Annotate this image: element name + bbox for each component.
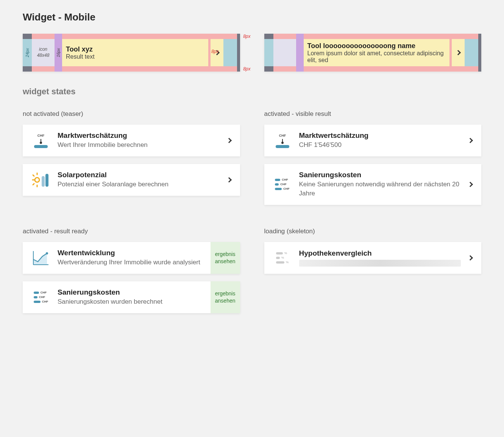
annotation-bottom-right: 8px: [243, 66, 250, 72]
skeleton-bar: [299, 260, 461, 267]
card-title: Sanierungskosten: [299, 171, 461, 179]
card-solar-teaser[interactable]: Solarpotenzial Potenzial einer Solaranla…: [23, 164, 240, 196]
state-label-not-activated: not activated (teaser): [23, 110, 240, 118]
chf-bars-icon: CHF CHF CHF: [32, 288, 50, 306]
card-sanierung-result[interactable]: CHF CHF CHF Sanierungskosten Keine Sanie…: [264, 164, 482, 205]
card-title: Sanierungskosten: [58, 288, 203, 297]
solar-icon: [32, 171, 50, 189]
result-badge[interactable]: ergebnis ansehen: [211, 242, 240, 274]
spec-widget-longname: Tool looooooooooooooong name Lorem ipsum…: [264, 34, 482, 72]
svg-text:CHF: CHF: [279, 134, 286, 137]
card-subtitle: Sanierungskosten wurden berechnet: [58, 297, 203, 306]
card-title: Hypothekenvergleich: [299, 249, 461, 258]
card-subtitle: Wert Ihrer Immobilie berechnen: [58, 140, 220, 150]
result-badge[interactable]: ergebnis ansehen: [211, 281, 240, 313]
chevron-right-icon: [227, 178, 231, 182]
annotation-mid-right: 8px: [211, 49, 218, 54]
card-subtitle: Potenzial einer Solaranlage berechnen: [58, 180, 220, 189]
card-subtitle: Wertveränderung Ihrer Immobilie wurde an…: [58, 258, 203, 267]
state-label-loading: loading (skeleton): [264, 228, 482, 235]
chevron-right-icon: [468, 183, 472, 186]
pct-bars-icon: % % %: [273, 249, 292, 267]
svg-rect-3: [34, 145, 48, 148]
chevron-right-icon: [468, 139, 472, 142]
svg-line-8: [33, 175, 34, 176]
widget-subtitle: Result text: [66, 53, 204, 60]
card-sanierung-ready[interactable]: CHF CHF CHF Sanierungskosten Sanierungsk…: [23, 281, 240, 313]
widget-title: Tool xyz: [66, 45, 204, 53]
card-title: Wertentwicklung: [58, 249, 203, 257]
card-marktwert-teaser[interactable]: CHF Marktwertschätzung Wert Ihrer Immobi…: [23, 125, 240, 156]
padding-left-label: 24px: [23, 39, 32, 66]
chevron-right-icon: [468, 256, 472, 260]
card-subtitle: Keine Sanierungen notwendig während der …: [299, 180, 461, 198]
widget-subtitle: Lorem ipsum dolor sit amet, consectetur …: [307, 50, 446, 64]
svg-rect-10: [42, 176, 45, 187]
svg-rect-11: [45, 174, 48, 187]
page-title: Widget - Mobile: [23, 11, 481, 23]
chevron-right-icon: [227, 139, 231, 142]
state-label-activated-visible: activated - visible result: [264, 110, 482, 118]
marktwert-icon: CHF: [273, 131, 292, 150]
section-title-states: widget states: [23, 87, 481, 97]
svg-point-2: [40, 142, 42, 144]
svg-point-4: [35, 178, 39, 182]
card-wertentwicklung-ready[interactable]: Wertentwicklung Wertveränderung Ihrer Im…: [23, 242, 240, 274]
card-hypotheken-loading[interactable]: % % % Hypothekenvergleich: [264, 242, 482, 274]
content-area: Tool xyz Result text: [62, 39, 208, 66]
card-title: Marktwertschätzung: [299, 131, 461, 140]
annotation-top-right: 8px: [243, 34, 250, 39]
widget-title: Tool looooooooooooooong name: [307, 42, 446, 50]
chart-line-icon: [32, 249, 50, 267]
spec-widget-annotated: 24px icon 48x48 16px Tool xyz Result tex…: [23, 34, 240, 72]
chevron-right-icon[interactable]: [452, 39, 465, 66]
card-title: Marktwertschätzung: [58, 131, 220, 140]
svg-text:CHF: CHF: [37, 134, 45, 137]
gap-label: 16px: [55, 39, 62, 66]
marktwert-icon: CHF: [32, 131, 50, 150]
svg-line-9: [33, 184, 34, 185]
icon-placeholder: icon 48x48: [32, 39, 55, 66]
state-label-activated-ready: activated - result ready: [23, 228, 240, 235]
card-title: Solarpotenzial: [58, 171, 220, 179]
chf-bars-icon: CHF CHF CHF: [273, 175, 292, 194]
card-subtitle: CHF 1'546'500: [299, 140, 461, 150]
svg-point-14: [281, 142, 284, 144]
svg-rect-15: [276, 145, 289, 148]
svg-point-17: [46, 252, 48, 254]
card-marktwert-result[interactable]: CHF Marktwertschätzung CHF 1'546'500: [264, 125, 482, 156]
